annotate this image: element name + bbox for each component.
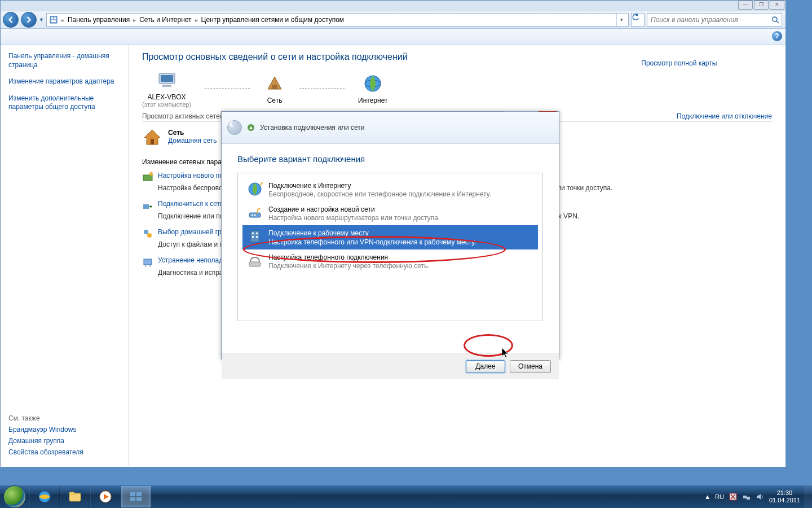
svg-rect-34 xyxy=(130,492,135,496)
setup-connection-dialog: — ❐ ✕ Установка подключения или сети Выб… xyxy=(221,111,559,360)
network-map: ALEX-VBOX (этот компьютер) Сеть Интернет xyxy=(142,69,772,108)
breadcrumb-item[interactable]: Центр управления сетями и общим доступом xyxy=(201,16,345,24)
svg-rect-35 xyxy=(136,492,142,496)
option-dialup[interactable]: Настройка телефонного подключенияПодключ… xyxy=(242,249,538,273)
sidebar-link-home[interactable]: Панель управления - домашняя страница xyxy=(8,52,120,69)
svg-rect-9 xyxy=(272,85,277,89)
see-also-internet-options[interactable]: Свойства обозревателя xyxy=(8,448,120,456)
map-connector xyxy=(299,88,345,89)
globe-icon xyxy=(247,181,263,197)
taskbar: ▲ RU 21:30 01.04.2011 xyxy=(0,485,812,508)
svg-rect-29 xyxy=(249,262,261,266)
svg-rect-1 xyxy=(51,17,53,19)
connect-disconnect-link[interactable]: Подключение или отключение xyxy=(677,112,772,120)
window-minimize[interactable]: — xyxy=(738,1,753,10)
svg-rect-3 xyxy=(51,20,56,22)
network-type-link[interactable]: Домашняя сеть xyxy=(168,137,217,144)
dialog-footer: Далее Отмена xyxy=(222,353,559,379)
sidebar: Панель управления - домашняя страница Из… xyxy=(1,45,129,466)
troubleshoot-link[interactable]: Устранение неполадок xyxy=(158,256,230,264)
dialog-body: Выберите вариант подключения Подключение… xyxy=(222,144,559,353)
svg-point-22 xyxy=(251,214,253,216)
view-full-map-link[interactable]: Просмотр полной карты xyxy=(615,59,717,67)
see-also-homegroup[interactable]: Домашняя группа xyxy=(8,437,120,445)
breadcrumb-item[interactable]: Сеть и Интернет xyxy=(139,16,191,24)
sidebar-link-sharing[interactable]: Изменить дополнительные параметры общего… xyxy=(8,94,120,112)
dialog-titlebar: Установка подключения или сети xyxy=(222,112,559,144)
taskbar-explorer[interactable] xyxy=(60,486,90,507)
tray-overflow[interactable]: ▲ xyxy=(704,493,710,500)
tray-volume-icon[interactable] xyxy=(756,492,765,501)
breadcrumb-dropdown[interactable]: ▾ xyxy=(616,14,626,26)
dialog-icon xyxy=(246,123,255,132)
option-workplace[interactable]: Подключение к рабочему местуНастройка те… xyxy=(242,225,538,249)
search-input[interactable] xyxy=(650,15,771,24)
svg-point-16 xyxy=(144,230,148,234)
option-new-network[interactable]: Создание и настройка новой сетиНастройка… xyxy=(242,202,538,225)
search-box[interactable] xyxy=(647,13,782,27)
refresh-button[interactable] xyxy=(631,13,645,27)
sidebar-link-adapter[interactable]: Изменение параметров адаптера xyxy=(8,77,120,86)
help-icon[interactable]: ? xyxy=(772,31,782,41)
option-internet[interactable]: Подключение к ИнтернетуБеспроводное, ско… xyxy=(242,178,538,202)
computer-sub: (этот компьютер) xyxy=(142,101,191,108)
nav-forward-button[interactable] xyxy=(21,12,37,28)
tray-lang[interactable]: RU xyxy=(715,493,724,500)
svg-rect-18 xyxy=(144,259,152,265)
see-also-firewall[interactable]: Брандмауэр Windows xyxy=(8,426,120,433)
system-tray: ▲ RU 21:30 01.04.2011 xyxy=(704,489,805,503)
computer-name: ALEX-VBOX xyxy=(142,93,191,101)
taskbar-ie[interactable] xyxy=(29,486,60,507)
next-button[interactable]: Далее xyxy=(466,360,505,373)
dialog-back-button[interactable] xyxy=(227,120,242,135)
window-close[interactable]: ✕ xyxy=(770,1,784,10)
svg-rect-8 xyxy=(162,85,171,87)
svg-rect-39 xyxy=(743,496,747,498)
svg-rect-7 xyxy=(161,75,173,82)
building-icon xyxy=(247,229,263,244)
network-center-icon xyxy=(49,15,58,24)
phone-icon xyxy=(247,253,263,269)
svg-rect-13 xyxy=(143,175,152,181)
see-also-label: См. также xyxy=(8,414,120,422)
svg-rect-0 xyxy=(50,16,57,23)
internet-label: Интернет xyxy=(358,97,387,104)
window-maximize[interactable]: ❐ xyxy=(754,1,769,10)
svg-rect-15 xyxy=(143,204,149,209)
svg-rect-12 xyxy=(151,139,154,144)
svg-point-14 xyxy=(149,172,153,176)
start-button[interactable] xyxy=(3,485,26,508)
window-titlebar: — ❐ ✕ xyxy=(1,1,785,11)
tray-clock[interactable]: 21:30 01.04.2011 xyxy=(769,489,800,503)
svg-rect-28 xyxy=(256,236,258,238)
search-icon[interactable] xyxy=(771,16,779,24)
connect-network-icon xyxy=(142,200,153,211)
tray-security-icon[interactable] xyxy=(729,492,738,501)
setup-connection-icon xyxy=(142,172,153,183)
tray-network-icon[interactable] xyxy=(742,492,751,501)
nav-bar: ▼ ▸ Панель управления ▸ Сеть и Интернет … xyxy=(1,11,785,29)
svg-rect-26 xyxy=(256,233,258,234)
breadcrumb[interactable]: ▸ Панель управления ▸ Сеть и Интернет ▸ … xyxy=(46,13,629,27)
cancel-button[interactable]: Отмена xyxy=(510,360,551,373)
connection-options-list: Подключение к ИнтернетуБеспроводное, ско… xyxy=(237,173,543,321)
network-label: Сеть xyxy=(263,97,286,104)
svg-rect-24 xyxy=(250,231,259,242)
nav-back-button[interactable] xyxy=(3,12,19,28)
breadcrumb-item[interactable]: Панель управления xyxy=(68,16,130,24)
taskbar-media-player[interactable] xyxy=(90,486,121,507)
svg-rect-40 xyxy=(747,497,750,500)
dialog-heading: Выберите вариант подключения xyxy=(237,154,543,164)
homegroup-icon xyxy=(142,228,153,239)
svg-rect-36 xyxy=(130,497,135,501)
nav-history-dropdown[interactable]: ▼ xyxy=(39,17,44,23)
svg-point-17 xyxy=(147,233,152,238)
network-icon xyxy=(263,72,286,95)
internet-icon xyxy=(361,72,384,95)
map-connector xyxy=(205,88,250,89)
connect-network-link[interactable]: Подключиться к сети xyxy=(158,200,224,208)
show-desktop[interactable] xyxy=(805,485,812,508)
troubleshoot-icon xyxy=(142,256,153,268)
network-name: Сеть xyxy=(168,129,217,137)
taskbar-control-panel[interactable] xyxy=(121,486,151,507)
